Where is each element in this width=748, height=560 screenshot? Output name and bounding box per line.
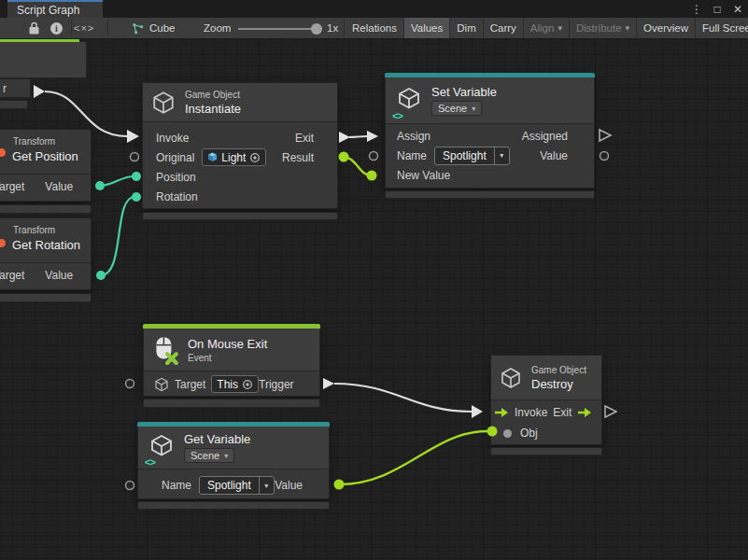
variable-scope-dropdown[interactable]: Scene ▾ xyxy=(431,101,482,116)
node-footer xyxy=(0,293,92,302)
game-object-cube-icon xyxy=(154,377,169,392)
port-label-invoke: Invoke xyxy=(515,406,547,419)
light-object-icon xyxy=(207,152,218,162)
port-label-value: Value xyxy=(540,149,568,162)
object-picker-icon[interactable] xyxy=(242,379,253,390)
node-get-rotation[interactable]: Transform Get Rotation Target Value xyxy=(0,217,92,290)
target-field-value: This xyxy=(217,378,238,391)
port-label-result: Result xyxy=(282,151,314,164)
toolbar-separator xyxy=(344,20,345,36)
script-graph-icon xyxy=(132,22,144,35)
toolbar-button-distribute[interactable]: Distribute ▾ xyxy=(569,18,636,38)
dropdown-arrow-icon: ▾ xyxy=(224,452,228,460)
title-bar: Script Graph ⋮ □ ✕ xyxy=(0,0,748,18)
node-subtitle: Event xyxy=(188,353,267,363)
toolbar-button-values[interactable]: Values xyxy=(403,18,449,38)
variable-name-value: Spotlight xyxy=(200,477,259,494)
object-picker-icon[interactable] xyxy=(249,152,261,163)
port-label-target: Target xyxy=(175,378,205,391)
zoom-value: 1x xyxy=(327,18,338,38)
node-footer xyxy=(0,204,92,214)
original-object-field[interactable]: Light xyxy=(202,148,266,166)
port-label-new-value: New Value xyxy=(397,169,450,182)
node-title: Set Variable xyxy=(431,85,497,99)
node-get-variable[interactable]: <> Get Variable Scene ▾ Name Spotlight ▾… xyxy=(137,422,330,499)
node-destroy[interactable]: Game Object Destroy Invoke Exit Obj xyxy=(490,355,602,445)
partial-node-port-row[interactable]: r xyxy=(0,78,31,98)
flow-in-arrow-icon xyxy=(494,407,509,418)
lock-icon xyxy=(28,21,40,35)
variable-name-combo[interactable]: Spotlight ▾ xyxy=(199,476,275,495)
graph-canvas[interactable] xyxy=(0,0,748,560)
zoom-label: Zoom xyxy=(204,18,231,38)
lock-button[interactable] xyxy=(28,18,40,38)
info-button[interactable]: i xyxy=(50,18,63,38)
toolbar-button-align[interactable]: Align ▾ xyxy=(523,18,569,38)
dropdown-arrow-icon[interactable]: ▾ xyxy=(494,147,509,164)
node-title: Get Rotation xyxy=(12,238,91,252)
partial-node-header[interactable] xyxy=(0,42,87,78)
toolbar-button-carry[interactable]: Carry xyxy=(483,18,523,38)
toolbar-button-relations[interactable]: Relations xyxy=(346,18,403,38)
graph-toolbar: i <×> Cube Zoom 1x Relations Values Dim xyxy=(0,18,748,39)
node-instantiate[interactable]: Game Object Instantiate Invoke Exit Orig… xyxy=(142,82,338,209)
partial-node-footer xyxy=(0,100,28,109)
flow-out-arrow-icon xyxy=(577,407,592,418)
node-title: Get Variable xyxy=(184,432,250,446)
port-label-value: Value xyxy=(275,479,303,492)
node-footer xyxy=(137,501,330,510)
port-label-exit: Exit xyxy=(553,406,572,419)
dropdown-arrow-icon: ▾ xyxy=(557,23,562,33)
zoom-slider-track[interactable] xyxy=(238,28,322,30)
game-object-cube-icon xyxy=(151,91,176,115)
original-field-value: Light xyxy=(221,151,246,164)
node-set-variable[interactable]: <> Set Variable Scene ▾ Assign Assigned … xyxy=(385,73,595,189)
node-category: Game Object xyxy=(185,90,241,100)
toolbar-button-overview[interactable]: Overview xyxy=(636,18,695,38)
window-menu-icon[interactable]: ⋮ xyxy=(690,3,703,16)
dropdown-arrow-icon: ▾ xyxy=(626,23,630,33)
code-icon: <×> xyxy=(74,22,94,34)
graph-reference[interactable]: Cube xyxy=(132,18,176,38)
port-label-position: Position xyxy=(156,171,196,184)
variable-scope-dropdown[interactable]: Scene ▾ xyxy=(184,448,234,463)
port-label-assign: Assign xyxy=(397,130,430,143)
node-on-mouse-exit[interactable]: On Mouse Exit Event Target This Tr xyxy=(143,324,320,397)
toolbar-button-dim[interactable]: Dim xyxy=(449,18,482,38)
toolbar-separator xyxy=(107,20,108,36)
toolbar-separator xyxy=(71,20,72,36)
scope-value: Scene xyxy=(191,450,219,461)
variable-brackets-icon: <> xyxy=(392,110,402,121)
node-footer xyxy=(143,399,320,408)
partial-port-label: r xyxy=(3,82,7,95)
tab-script-graph[interactable]: Script Graph xyxy=(7,0,103,18)
node-category: Transform xyxy=(13,136,91,147)
node-title: On Mouse Exit xyxy=(188,337,267,351)
variable-name-combo[interactable]: Spotlight ▾ xyxy=(434,147,510,165)
scope-value: Scene xyxy=(438,103,467,114)
variable-brackets-icon: <> xyxy=(145,456,155,468)
dropdown-arrow-icon[interactable]: ▾ xyxy=(259,477,274,494)
game-object-cube-icon xyxy=(500,367,522,389)
port-label-value: Value xyxy=(45,180,73,193)
mouse-exit-icon xyxy=(152,335,178,365)
window-close-icon[interactable]: ✕ xyxy=(731,3,744,16)
zoom-slider-handle[interactable] xyxy=(311,23,322,35)
node-get-position[interactable]: Transform Get Position Target Value xyxy=(0,129,92,202)
info-icon: i xyxy=(50,22,63,35)
dropdown-arrow-icon: ▾ xyxy=(472,105,475,113)
window-maximize-icon[interactable]: □ xyxy=(711,3,724,16)
code-view-button[interactable]: <×> xyxy=(74,18,94,38)
obj-port-dot xyxy=(503,429,512,438)
port-label-rotation: Rotation xyxy=(156,190,198,203)
port-label-name: Name xyxy=(162,479,191,492)
port-label-value: Value xyxy=(45,269,73,282)
port-label-original: Original xyxy=(156,151,194,164)
toolbar-button-fullscreen[interactable]: Full Screen xyxy=(695,18,748,38)
port-label-trigger: Trigger xyxy=(259,378,294,391)
target-object-field[interactable]: This xyxy=(211,375,259,393)
node-footer xyxy=(490,447,602,455)
node-category: Game Object xyxy=(531,365,586,375)
node-title: Instantiate xyxy=(185,102,241,116)
node-footer xyxy=(142,212,338,220)
